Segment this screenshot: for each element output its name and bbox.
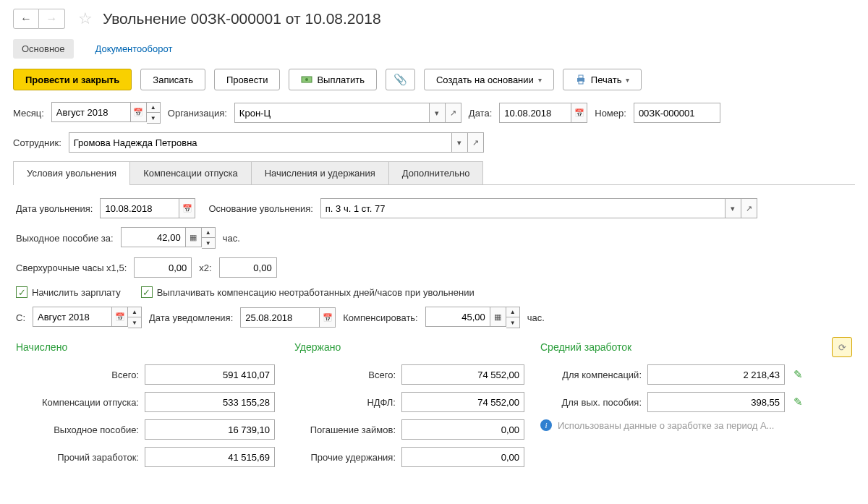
calendar-icon[interactable]: 📅 — [112, 307, 128, 327]
number-input[interactable] — [634, 103, 720, 123]
from-up[interactable]: ▲ — [128, 307, 141, 317]
loan-label: Погашение займов: — [294, 424, 396, 435]
avg-earnings-header: Средний заработок — [540, 341, 631, 353]
edit-sev-icon[interactable]: ✎ — [793, 396, 803, 409]
pay-compensation-checkbox[interactable]: ✓ Выплачивать компенсацию неотработанных… — [141, 286, 475, 298]
calendar-icon[interactable]: 📅 — [131, 102, 147, 122]
org-open-icon[interactable]: ↗ — [446, 103, 461, 123]
printer-icon — [575, 74, 587, 85]
ndfl-input[interactable] — [401, 392, 524, 412]
tab-dismissal-conditions[interactable]: Условия увольнения — [13, 161, 130, 184]
favorite-star-icon[interactable]: ☆ — [78, 9, 93, 28]
chevron-down-icon: ▾ — [538, 76, 542, 84]
overtime2-input[interactable] — [219, 257, 277, 278]
calculator-icon[interactable]: ▦ — [490, 307, 506, 327]
vacation-comp-input[interactable] — [145, 392, 275, 412]
refresh-button[interactable]: ⟳ — [832, 337, 852, 357]
accrued-total-input[interactable] — [145, 364, 275, 385]
accrued-total-label: Всего: — [16, 370, 139, 380]
compensate-label: Компенсировать: — [343, 312, 417, 323]
from-down[interactable]: ▼ — [128, 317, 141, 328]
compensate-input[interactable] — [425, 307, 490, 327]
basis-input[interactable] — [320, 198, 726, 218]
chevron-down-icon: ▾ — [626, 76, 629, 84]
avg-comp-label: Для компенсаций: — [540, 370, 642, 380]
basis-open-icon[interactable]: ↗ — [741, 198, 757, 218]
page-title: Увольнение 00ЗК-000001 от 10.08.2018 — [103, 10, 381, 27]
nav-forward-button[interactable]: → — [39, 9, 65, 29]
other-withheld-label: Прочие удержания: — [294, 452, 396, 463]
severance-total-input[interactable] — [145, 419, 275, 440]
tab-main[interactable]: Основное — [13, 39, 74, 59]
dismiss-date-label: Дата увольнения: — [16, 203, 93, 214]
accrue-salary-checkbox[interactable]: ✓ Начислить зарплату — [16, 286, 121, 298]
save-button[interactable]: Записать — [140, 69, 205, 90]
withheld-header: Удержано — [294, 341, 540, 353]
svg-point-1 — [305, 78, 308, 81]
severance-unit: час. — [223, 233, 240, 244]
checkmark-icon: ✓ — [16, 286, 27, 298]
employee-open-icon[interactable]: ↗ — [468, 132, 484, 153]
dismiss-date-input[interactable] — [100, 198, 179, 218]
severance-total-label: Выходное пособие: — [16, 424, 139, 435]
basis-dropdown-icon[interactable]: ▾ — [726, 198, 741, 218]
calendar-icon[interactable]: 📅 — [320, 307, 336, 328]
ndfl-label: НДФЛ: — [294, 397, 396, 408]
employee-label: Сотрудник: — [13, 137, 61, 148]
comp-up[interactable]: ▲ — [506, 307, 519, 317]
severance-input[interactable] — [121, 227, 186, 247]
number-label: Номер: — [595, 108, 626, 119]
calendar-icon[interactable]: 📅 — [179, 198, 195, 218]
date-label: Дата: — [469, 108, 492, 119]
other-withheld-input[interactable] — [401, 447, 524, 467]
date-input[interactable] — [499, 103, 571, 123]
withheld-total-label: Всего: — [294, 370, 396, 380]
accrued-header: Начислено — [16, 341, 294, 353]
avg-comp-input[interactable] — [647, 364, 785, 385]
overtime2-label: х2: — [199, 262, 211, 273]
print-button[interactable]: Печать ▾ — [563, 69, 642, 90]
month-label: Месяц: — [13, 108, 44, 119]
attach-button[interactable]: 📎 — [386, 69, 415, 90]
comp-down[interactable]: ▼ — [506, 317, 519, 328]
edit-comp-icon[interactable]: ✎ — [793, 368, 803, 381]
severance-up[interactable]: ▲ — [202, 228, 215, 238]
employee-input[interactable] — [69, 132, 452, 153]
paperclip-icon: 📎 — [393, 73, 407, 86]
calculator-icon[interactable]: ▦ — [186, 227, 202, 247]
compensate-unit: час. — [527, 312, 545, 323]
severance-label: Выходное пособие за: — [16, 233, 114, 244]
svg-rect-4 — [579, 81, 583, 84]
other-earnings-input[interactable] — [145, 447, 275, 467]
org-input[interactable] — [234, 103, 430, 123]
pay-button[interactable]: Выплатить — [289, 69, 377, 90]
from-label: С: — [16, 312, 25, 323]
overtime15-input[interactable] — [134, 257, 192, 278]
avg-sev-label: Для вых. пособия: — [540, 397, 642, 408]
tab-docflow[interactable]: Документооборот — [87, 39, 182, 59]
calendar-icon[interactable]: 📅 — [571, 103, 587, 123]
create-based-on-button[interactable]: Создать на основании ▾ — [424, 69, 554, 90]
month-down[interactable]: ▼ — [147, 113, 160, 123]
month-up[interactable]: ▲ — [147, 103, 160, 113]
nav-back-button[interactable]: ← — [13, 9, 39, 29]
month-input[interactable] — [51, 102, 131, 122]
from-input[interactable] — [33, 307, 112, 327]
checkmark-icon: ✓ — [141, 286, 153, 298]
other-earnings-label: Прочий заработок: — [16, 452, 139, 463]
withheld-total-input[interactable] — [401, 364, 524, 385]
notice-date-input[interactable] — [240, 307, 320, 328]
post-button[interactable]: Провести — [214, 69, 281, 90]
info-icon[interactable]: i — [540, 419, 552, 431]
avg-sev-input[interactable] — [647, 392, 785, 412]
tab-accruals[interactable]: Начисления и удержания — [251, 161, 389, 184]
loan-input[interactable] — [401, 419, 524, 440]
org-dropdown-icon[interactable]: ▾ — [430, 103, 446, 123]
tab-vacation-comp[interactable]: Компенсации отпуска — [129, 161, 252, 184]
notice-date-label: Дата уведомления: — [149, 312, 233, 323]
employee-dropdown-icon[interactable]: ▾ — [452, 132, 468, 153]
overtime15-label: Сверхурочные часы х1,5: — [16, 262, 127, 273]
severance-down[interactable]: ▼ — [202, 238, 215, 248]
tab-additional[interactable]: Дополнительно — [388, 161, 484, 184]
post-and-close-button[interactable]: Провести и закрыть — [13, 69, 132, 90]
